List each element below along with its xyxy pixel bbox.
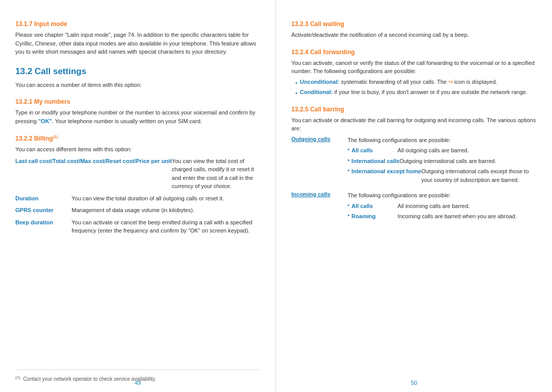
incoming-allcalls-text: All incoming calls are barred.: [398, 202, 537, 211]
bullet-incoming-roaming: •: [348, 212, 350, 218]
outgoing-allcalls: • All calls All outgoing calls are barre…: [348, 146, 537, 155]
term-row-beep: Beep duration You can activate or cancel…: [15, 218, 260, 235]
incoming-roaming-label: Roaming: [352, 212, 398, 221]
forwarding-item-unconditional: • Unconditional: systematic forwarding o…: [295, 79, 537, 87]
barring-incoming: Incoming calls The following configurati…: [291, 191, 537, 223]
term-def-duration: You can view the total duration of all o…: [72, 194, 260, 203]
outgoing-intl-except-text: Outgoing international calls except thos…: [421, 167, 537, 184]
forward-icon: ↪: [448, 79, 453, 85]
page-number-left: 49: [134, 380, 141, 386]
outgoing-allcalls-text: All outgoing calls are barred.: [398, 146, 537, 155]
billing-title-text: 13.2.2 Billing: [15, 135, 53, 142]
incoming-allcalls-label: All calls: [352, 202, 398, 211]
forwarding-conditional-text: Conditional: if your line is busy, if yo…: [300, 89, 527, 95]
term-def-cost: You can view the total cost of charged c…: [172, 157, 260, 191]
section-32-title: 13.2 Call settings: [15, 66, 260, 77]
left-page: 13.1.7 Input mode Please see chapter "La…: [0, 0, 276, 392]
incoming-roaming: • Roaming Incoming calls are barred when…: [348, 212, 537, 221]
term-label-duration: Duration: [15, 194, 72, 203]
unconditional-label: Unconditional:: [300, 79, 339, 85]
bullet-conditional: •: [295, 89, 297, 98]
term-def-beep: You can activate or cancel the beep emit…: [72, 218, 260, 235]
outgoing-international-label: International calls: [352, 157, 400, 166]
term-label-beep: Beep duration: [15, 218, 72, 227]
section-321-title: 13.2.1 My numbers: [15, 98, 260, 105]
section-317-body: Please see chapter "Latin input mode", p…: [15, 31, 260, 56]
incoming-allcalls: • All calls All incoming calls are barre…: [348, 202, 537, 211]
term-label-cost: Last call cost/Total cost/Max cost/Reset…: [15, 157, 172, 166]
forwarding-unconditional-text: Unconditional: systematic forwarding of …: [300, 79, 497, 85]
section-324-title: 13.2.4 Call forwarding: [291, 49, 537, 56]
barring-outgoing: Outgoing calls The following configurati…: [291, 136, 537, 187]
incoming-calls-desc: The following configurations are possibl…: [348, 191, 537, 200]
bullet-outgoing-allcalls: •: [348, 146, 350, 152]
outgoing-items-list: • All calls All outgoing calls are barre…: [291, 146, 537, 184]
outgoing-intl-except-label: International except home: [352, 167, 421, 176]
page-number-right: 50: [411, 380, 417, 386]
section-322-title: 13.2.2 Billing(1): [15, 134, 260, 142]
bullet-incoming-allcalls: •: [348, 202, 350, 208]
term-def-gprs: Management of data usage volume (in kilo…: [72, 206, 260, 215]
term-row-cost: Last call cost/Total cost/Max cost/Reset…: [15, 157, 260, 191]
barring-outgoing-header: Outgoing calls The following configurati…: [291, 136, 537, 145]
bullet-outgoing-intl-except: •: [348, 167, 350, 173]
section-322-intro: You can access different items with this…: [15, 145, 260, 154]
term-label-gprs: GPRS counter: [15, 206, 72, 215]
section-32-intro: You can access a number of items with th…: [15, 81, 260, 89]
outgoing-calls-desc: The following configurations are possibl…: [348, 136, 537, 145]
right-page: 13.2.3 Call waiting Activate/deactivate …: [276, 0, 552, 392]
incoming-items-list: • All calls All incoming calls are barre…: [291, 202, 537, 221]
term-row-duration: Duration You can view the total duration…: [15, 194, 260, 203]
section-325-title: 13.2.5 Call barring: [291, 106, 537, 113]
outgoing-allcalls-label: All calls: [352, 146, 398, 155]
section-323-title: 13.2.3 Call waiting: [291, 20, 537, 28]
ok-bold: "OK": [38, 118, 52, 124]
section-324-body: You can activate, cancel or verify the s…: [291, 59, 537, 76]
billing-sup: (1): [53, 134, 58, 139]
barring-incoming-header: Incoming calls The following configurati…: [291, 191, 537, 200]
incoming-roaming-text: Incoming calls are barred when you are a…: [398, 212, 537, 221]
incoming-calls-label[interactable]: Incoming calls: [291, 191, 348, 197]
section-323-body: Activate/deactivate the notification of …: [291, 31, 537, 39]
section-325-body: You can activate or deactivate the call …: [291, 116, 537, 133]
outgoing-international-text: Outgoing international calls are barred.: [399, 157, 537, 166]
forwarding-item-conditional: • Conditional: if your line is busy, if …: [295, 89, 537, 98]
bullet-unconditional: •: [295, 79, 297, 87]
footnote-sup: (1): [15, 376, 22, 382]
outgoing-calls-label[interactable]: Outgoing calls: [291, 136, 348, 142]
term-row-gprs: GPRS counter Management of data usage vo…: [15, 206, 260, 215]
section-317-title: 13.1.7 Input mode: [15, 20, 260, 28]
section-321-body: Type in or modify your telephone number …: [15, 108, 260, 125]
outgoing-international: • International calls Outgoing internati…: [348, 157, 537, 166]
conditional-label: Conditional:: [300, 89, 333, 95]
bullet-outgoing-international: •: [348, 157, 350, 163]
outgoing-international-except: • International except home Outgoing int…: [348, 167, 537, 184]
